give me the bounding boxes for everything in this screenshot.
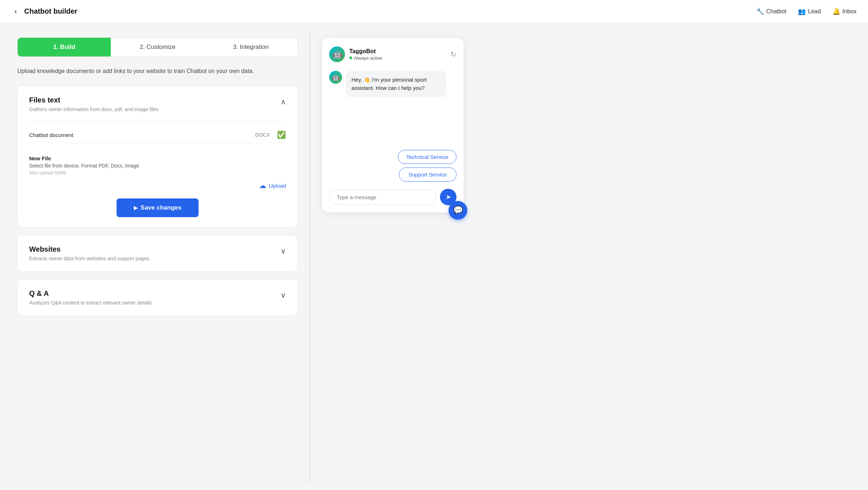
new-file-limit: Max upload 50Mb [29,170,286,175]
status-dot [349,56,352,59]
chevron-down-icon: ∨ [281,247,286,255]
chevron-down-icon-qna: ∨ [281,291,286,299]
inbox-icon: 🔔 [832,8,840,15]
websites-card: Websites Extracts owner data from websit… [17,235,298,272]
nav-item-chatbot[interactable]: 🔧 Chatbot [756,8,786,15]
floating-chat-button[interactable]: 💬 [449,201,467,220]
qna-card-header[interactable]: Q & A Analyzes Q&A content to extract re… [29,289,286,306]
qna-card: Q & A Analyzes Q&A content to extract re… [17,279,298,316]
save-changes-button[interactable]: ▶ Save changes [117,198,199,217]
bot-avatar: 🤖 [329,46,345,62]
websites-card-header[interactable]: Websites Extracts owner data from websit… [29,245,286,261]
qna-title: Q & A [29,289,152,298]
table-row: Chatbot document DOCX ✅ [29,127,286,143]
main-layout: 1. Build 2. Customize 3. Integration Upl… [0,23,868,490]
chevron-up-icon: ∧ [281,97,286,106]
upload-icon: ☁ [259,181,266,190]
websites-subtitle: Extracts owner data from websites and su… [29,256,151,261]
chat-header-left: 🤖 TaggoBot Always active [329,46,382,62]
chatbot-icon: 🔧 [756,8,764,15]
play-icon: ▶ [134,205,138,211]
upload-label: Upload [269,183,286,189]
tab-build[interactable]: 1. Build [18,38,111,56]
left-panel: 1. Build 2. Customize 3. Integration Upl… [0,23,309,490]
new-file-title: New File [29,155,286,161]
quick-reply-support[interactable]: Support Service [399,168,456,182]
chat-input-row: ➤ [329,189,456,205]
bot-status-label: Always active [354,55,382,61]
card-header-left: Files text Gathers owner information fro… [29,96,159,112]
save-btn-container: ▶ Save changes [29,198,286,217]
nav-item-inbox[interactable]: 🔔 Inbox [832,8,856,15]
bot-status: Always active [349,55,382,61]
send-icon: ➤ [446,193,451,201]
nav-item-lead[interactable]: 👥 Lead [798,8,821,15]
header-left: ‹ Chatbot builder [12,5,756,18]
chat-input[interactable] [329,189,436,205]
save-changes-label: Save changes [141,204,181,211]
lead-icon: 👥 [798,8,806,15]
files-text-card-header[interactable]: Files text Gathers owner information fro… [29,96,286,112]
file-status-icon: ✅ [277,130,286,139]
back-button[interactable]: ‹ [12,5,20,18]
quick-replies: Technical Service Support Service [329,150,456,182]
new-file-section: New File Select file from device. Format… [29,150,286,190]
nav-inbox-label: Inbox [842,8,856,15]
files-text-title: Files text [29,96,159,104]
websites-title: Websites [29,245,151,253]
chat-messages: 🤖 Hey, 👋 I'm your personal sport assista… [329,71,456,143]
upload-area: ☁ Upload [29,181,286,190]
chat-header: 🤖 TaggoBot Always active ↻ [329,46,456,62]
header: ‹ Chatbot builder 🔧 Chatbot 👥 Lead 🔔 Inb… [0,0,868,23]
page-title: Chatbot builder [24,7,77,15]
header-nav: 🔧 Chatbot 👥 Lead 🔔 Inbox [756,8,856,15]
bot-message-row: 🤖 Hey, 👋 I'm your personal sport assista… [329,71,456,97]
files-text-card: Files text Gathers owner information fro… [17,86,298,228]
files-text-subtitle: Gathers owner information from docx, pdf… [29,106,159,112]
tab-integration[interactable]: 3. Integration [204,38,297,56]
file-list: Chatbot document DOCX ✅ [29,121,286,143]
refresh-button[interactable]: ↻ [450,50,456,59]
bot-name: TaggoBot [349,48,382,55]
upload-button[interactable]: ☁ Upload [259,181,286,190]
page-description: Upload knowledge documents or add links … [17,67,276,75]
qna-subtitle: Analyzes Q&A content to extract relevant… [29,300,152,306]
tab-customize[interactable]: 2. Customize [111,38,204,56]
quick-reply-technical[interactable]: Technical Service [398,150,456,164]
file-name: Chatbot document [29,132,255,138]
floating-chat-icon: 💬 [453,206,463,215]
nav-chatbot-label: Chatbot [766,8,786,15]
bot-message-bubble: Hey, 👋 I'm your personal sport assistant… [346,71,446,97]
bot-info: TaggoBot Always active [349,48,382,61]
qna-card-header-left: Q & A Analyzes Q&A content to extract re… [29,289,152,306]
chat-widget: 🤖 TaggoBot Always active ↻ 🤖 Hey, 👋 I'm [322,37,464,213]
new-file-desc: Select file from device. Format PDF, Doc… [29,163,286,169]
bot-msg-avatar: 🤖 [329,71,342,84]
file-type: DOCX [255,132,270,138]
tabs-container: 1. Build 2. Customize 3. Integration [17,37,298,57]
websites-card-header-left: Websites Extracts owner data from websit… [29,245,151,261]
nav-lead-label: Lead [808,8,821,15]
right-panel: 🤖 TaggoBot Always active ↻ 🤖 Hey, 👋 I'm [310,23,476,490]
